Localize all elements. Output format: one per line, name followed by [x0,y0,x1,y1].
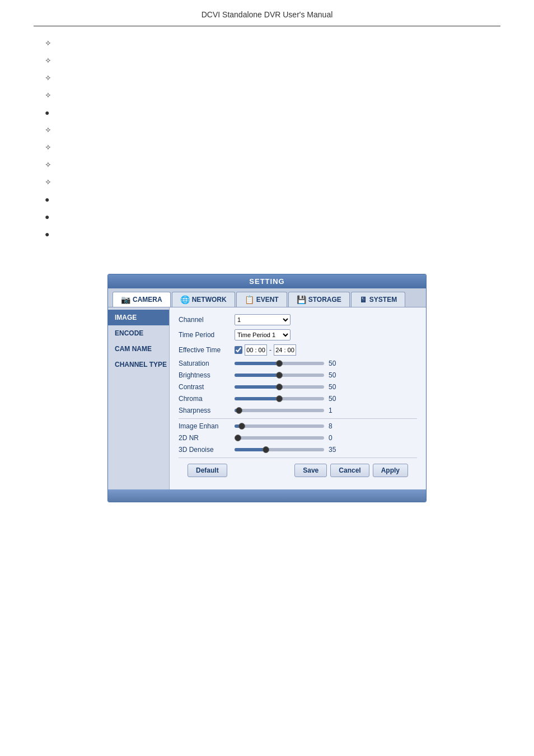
twod-nr-track[interactable] [235,436,324,440]
time-period-label: Time Period [179,331,235,339]
time-end-input[interactable] [274,344,296,356]
time-start-input[interactable] [245,344,267,356]
bullet-symbol: ● [45,107,58,119]
sidebar-item-channeltype[interactable]: CHANNEL TYPE [108,357,169,372]
threed-denoise-track[interactable] [235,448,324,451]
threed-denoise-row: 3D Denoise 35 [179,446,417,454]
chroma-thumb[interactable] [276,395,283,402]
dialog-tabs: 📷 CAMERA 🌐 NETWORK 📋 EVENT 💾 STORAGE 🖥 S… [108,288,426,307]
sharpness-control: 1 [235,407,417,414]
brightness-fill [235,374,279,377]
system-icon: 🖥 [359,295,367,304]
default-button[interactable]: Default [188,464,227,477]
bullet-symbol: ✧ [45,124,58,136]
contrast-control: 50 [235,383,417,391]
bullet-item: ✧ [45,176,489,188]
twod-nr-thumb[interactable] [235,435,241,441]
channel-label: Channel [179,316,235,324]
tab-camera-label: CAMERA [133,296,162,304]
contrast-value: 50 [329,383,342,391]
effective-time-control: - [235,344,417,356]
tab-system[interactable]: 🖥 SYSTEM [351,292,405,307]
dialog-footer: Default Save Cancel Apply [179,458,417,483]
cancel-button[interactable]: Cancel [330,464,369,477]
saturation-value: 50 [329,360,342,367]
image-enhan-label: Image Enhan [179,422,235,430]
tab-camera[interactable]: 📷 CAMERA [113,292,171,307]
bullet-item: ✧ [45,142,489,153]
bullet-item: ● [45,194,489,206]
network-icon: 🌐 [180,295,190,304]
bullet-item: ✧ [45,38,489,49]
threed-denoise-label: 3D Denoise [179,446,235,454]
bullet-item: ✧ [45,159,489,171]
time-period-select[interactable]: Time Period 1 Time Period 2 [235,329,291,340]
bullet-symbol: ✧ [45,72,58,84]
chroma-row: Chroma 50 [179,395,417,403]
main-content: Channel 1 2 3 4 Time Period Time Period … [170,307,426,489]
sharpness-thumb[interactable] [236,407,242,414]
brightness-track[interactable] [235,374,324,377]
sidebar-item-image[interactable]: IMAGE [108,310,169,325]
tab-storage[interactable]: 💾 STORAGE [288,292,350,307]
twod-nr-value: 0 [329,434,342,442]
sidebar-item-encode[interactable]: ENCODE [108,325,169,341]
image-enhan-value: 8 [329,422,342,430]
saturation-row: Saturation 50 [179,360,417,367]
storage-icon: 💾 [297,295,306,304]
image-enhan-thumb[interactable] [238,423,245,430]
apply-button[interactable]: Apply [373,464,408,477]
brightness-row: Brightness 50 [179,371,417,379]
brightness-thumb[interactable] [276,372,283,379]
bullet-item: ✧ [45,90,489,101]
saturation-control: 50 [235,360,417,367]
save-button[interactable]: Save [294,464,327,477]
brightness-value: 50 [329,371,342,379]
chroma-label: Chroma [179,395,235,403]
chroma-fill [235,397,279,400]
threed-denoise-thumb[interactable] [263,446,269,453]
channel-row: Channel 1 2 3 4 [179,314,417,325]
channel-select[interactable]: 1 2 3 4 [235,314,291,325]
saturation-fill [235,362,279,365]
footer-right-buttons: Save Cancel Apply [294,464,408,477]
saturation-track[interactable] [235,362,324,365]
brightness-control: 50 [235,371,417,379]
bullet-symbol: ● [45,194,58,206]
tab-storage-label: STORAGE [308,296,341,304]
chroma-value: 50 [329,395,342,403]
time-period-control: Time Period 1 Time Period 2 [235,329,417,340]
time-period-row: Time Period Time Period 1 Time Period 2 [179,329,417,340]
camera-icon: 📷 [121,295,130,304]
sharpness-label: Sharpness [179,407,235,414]
bullet-symbol: ● [45,211,58,223]
contrast-thumb[interactable] [276,384,283,390]
sharpness-track[interactable] [235,409,324,412]
tab-network[interactable]: 🌐 NETWORK [172,292,235,307]
bullet-item: ✧ [45,72,489,84]
sharpness-row: Sharpness 1 [179,407,417,414]
bullet-symbol: ✧ [45,90,58,101]
effective-time-checkbox[interactable] [235,346,242,354]
event-icon: 📋 [245,295,254,304]
tab-event[interactable]: 📋 EVENT [236,292,287,307]
threed-denoise-value: 35 [329,446,342,454]
bullet-item: ✧ [45,124,489,136]
chroma-track[interactable] [235,397,324,400]
effective-time-label: Effective Time [179,346,235,354]
bullet-item: ● [45,107,489,119]
dialog-bottom-bar [108,489,426,502]
sidebar-menu: IMAGE ENCODE CAM NAME CHANNEL TYPE [108,307,170,489]
contrast-fill [235,385,279,389]
twod-nr-row: 2D NR 0 [179,434,417,442]
bullet-symbol: ● [45,228,58,240]
image-enhan-track[interactable] [235,424,324,428]
sidebar-item-camname[interactable]: CAM NAME [108,341,169,357]
bullet-symbol: ✧ [45,55,58,67]
contrast-track[interactable] [235,385,324,389]
bullet-symbol: ✧ [45,159,58,171]
image-enhan-row: Image Enhan 8 [179,422,417,430]
bullet-item: ✧ [45,55,489,67]
saturation-thumb[interactable] [276,360,283,367]
image-enhan-control: 8 [235,422,417,430]
